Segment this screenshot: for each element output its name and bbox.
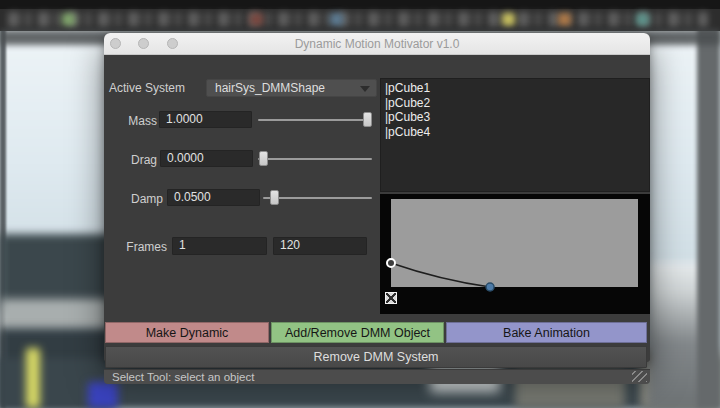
shelf-icon-orange (558, 13, 571, 26)
active-system-dropdown[interactable]: hairSys_DMMShape (206, 79, 377, 97)
damp-field[interactable]: 0.0500 (167, 189, 260, 206)
mass-slider-track (258, 119, 372, 121)
add-remove-dmm-object-button[interactable]: Add/Remove DMM Object (271, 322, 444, 343)
shelf-icon-blue (330, 13, 343, 26)
damp-label: Damp (104, 192, 163, 206)
list-item[interactable]: |pCube2 (385, 96, 649, 111)
damp-slider[interactable] (263, 189, 372, 206)
status-text: Select Tool: select an object (112, 371, 254, 383)
list-item[interactable]: |pCube4 (385, 125, 649, 140)
curve-point-selected-white[interactable] (387, 259, 395, 267)
shelf-icon-yellow (502, 13, 515, 26)
falloff-curve-widget[interactable] (380, 194, 650, 314)
drag-slider-track (258, 158, 372, 160)
dmm-object-list[interactable]: |pCube1|pCube2|pCube3|pCube4 (380, 78, 650, 192)
frames-label: Frames (104, 240, 167, 254)
falloff-curve-area[interactable] (391, 199, 638, 287)
shelf-icon-green (62, 13, 75, 26)
dmm-window: Dynamic Motion Motivator v1.0 Active Sys… (104, 33, 650, 362)
window-title: Dynamic Motion Motivator v1.0 (104, 37, 650, 51)
mass-label: Mass (104, 114, 157, 128)
frames-start-field[interactable]: 1 (172, 237, 267, 255)
title-bar[interactable]: Dynamic Motion Motivator v1.0 (104, 33, 650, 55)
curve-point-blue[interactable] (486, 283, 494, 291)
drag-slider[interactable] (258, 150, 372, 167)
status-bar: Select Tool: select an object (104, 369, 650, 384)
shelf-icons (8, 12, 708, 27)
drag-slider-handle[interactable] (259, 151, 268, 166)
right-toolbox-strip (697, 8, 720, 408)
list-item[interactable]: |pCube3 (385, 110, 649, 125)
mass-slider-handle[interactable] (363, 112, 372, 127)
mass-slider[interactable] (258, 111, 372, 128)
mass-field[interactable]: 1.0000 (159, 111, 252, 128)
frames-end-field[interactable]: 120 (273, 237, 367, 255)
shelf-icon-red (250, 13, 263, 26)
shelf-icon-teal (636, 13, 649, 26)
damp-slider-handle[interactable] (270, 190, 279, 205)
resize-grip[interactable] (632, 371, 647, 382)
chevron-down-icon (360, 86, 370, 92)
list-item[interactable]: |pCube1 (385, 81, 649, 96)
falloff-curve-svg (391, 199, 638, 287)
active-system-label: Active System (109, 81, 185, 95)
window-body: Active System hairSys_DMMShape |pCube1|p… (104, 55, 650, 362)
damp-slider-track (263, 197, 372, 199)
make-dynamic-button[interactable]: Make Dynamic (105, 322, 269, 343)
action-button-row: Make Dynamic Add/Remove DMM Object Bake … (105, 322, 647, 343)
no-texture-icon[interactable] (385, 292, 397, 304)
drag-label: Drag (104, 153, 157, 167)
drag-field[interactable]: 0.0000 (160, 150, 253, 167)
active-system-value: hairSys_DMMShape (215, 81, 325, 95)
bake-animation-button[interactable]: Bake Animation (446, 322, 647, 343)
bg-blue-blob (88, 382, 118, 408)
bg-yellow-manipulator (26, 348, 40, 408)
remove-dmm-system-button[interactable]: Remove DMM System (105, 346, 647, 368)
